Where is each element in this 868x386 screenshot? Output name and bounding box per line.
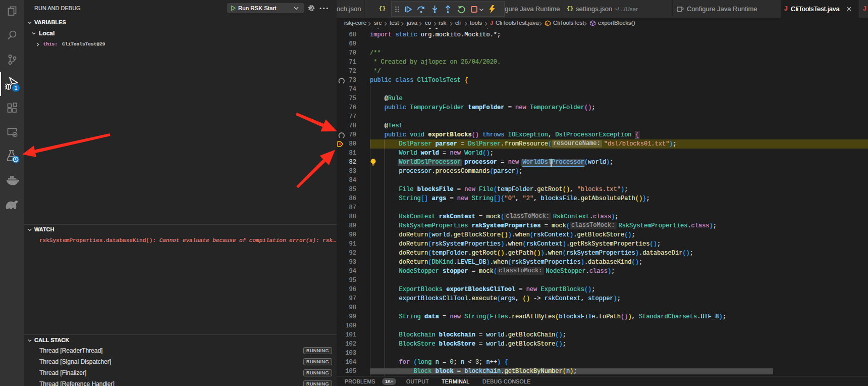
svg-text:1: 1 bbox=[15, 85, 18, 91]
